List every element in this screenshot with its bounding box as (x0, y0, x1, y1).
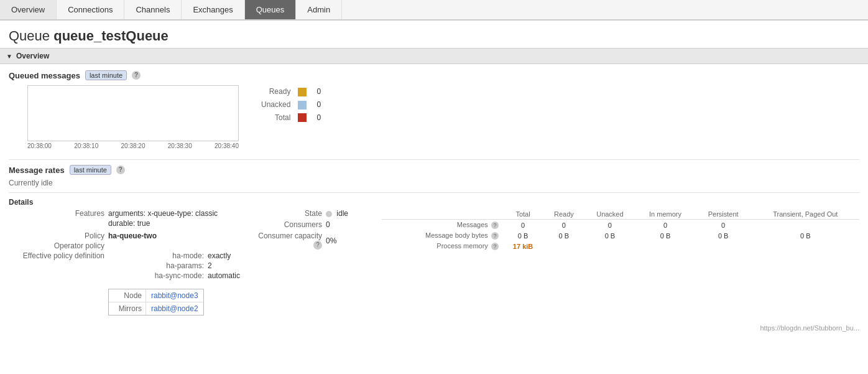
legend-ready: Ready 0 (257, 85, 325, 98)
col-unacked: Unacked (584, 209, 636, 220)
legend-unacked-color (298, 101, 307, 110)
node-val: rabbit@node3 (146, 289, 203, 302)
mid-panel: State idle Consumers 0 Consumer capacity… (245, 209, 382, 316)
legend-ready-value: 0 (313, 85, 325, 98)
mirrors-key: Mirrors (109, 302, 146, 315)
consumers-key: Consumers (251, 220, 326, 229)
x-label-2: 20:38:20 (121, 143, 145, 149)
currently-idle: Currently idle (9, 179, 859, 187)
messages-row-label: Messages ? (382, 220, 502, 231)
process-memory-row: Process memory ? 17 kiB (382, 241, 859, 251)
legend-total: Total 0 (257, 111, 325, 124)
nav-overview[interactable]: Overview (0, 0, 57, 19)
durable-row: durable: true (9, 219, 245, 228)
chart-area: 1.0 0.0 20:38:00 20:38:10 20:38:20 20:38… (9, 85, 859, 149)
message-rates-label: Message rates (9, 166, 65, 175)
overview-label: Overview (16, 52, 49, 60)
proc-memory-val: 17 kiB (502, 241, 543, 251)
ha-sync-key: ha-sync-mode: (108, 271, 208, 280)
details-label: Details (9, 198, 859, 207)
chart-wrapper: 1.0 0.0 20:38:00 20:38:10 20:38:20 20:38… (9, 85, 239, 149)
message-body-help[interactable]: ? (491, 232, 499, 240)
footer: https://blogdn.net/Stubborn_bu... (0, 322, 868, 334)
ha-sync-val: automatic (208, 271, 240, 280)
policy-val: ha-queue-two (108, 231, 157, 240)
consumers-val: 0 (326, 220, 330, 229)
state-val: idle (326, 209, 348, 218)
nav-channels[interactable]: Channels (124, 0, 182, 19)
ha-params-val: 2 (208, 261, 212, 270)
chart-x-labels: 20:38:00 20:38:10 20:38:20 20:38:30 20:3… (27, 143, 239, 149)
nav-connections[interactable]: Connections (57, 0, 124, 19)
x-label-0: 20:38:00 (27, 143, 52, 149)
consumer-capacity-row: Consumer capacity ? 0% (251, 231, 382, 250)
state-dot (326, 211, 332, 217)
time-badge[interactable]: last minute (85, 70, 127, 80)
ha-mode-val: exactly (208, 251, 231, 260)
nav-queues[interactable]: Queues (245, 0, 297, 19)
ha-params-key: ha-params: (108, 261, 208, 270)
mirrors-row: Mirrors rabbit@node2 (109, 302, 203, 315)
policy-row: Policy ha-queue-two (9, 231, 245, 240)
process-memory-help[interactable]: ? (491, 243, 499, 250)
messages-unacked: 0 (584, 220, 636, 231)
operator-policy-row: Operator policy (9, 241, 245, 250)
body-in-memory: 0 B (635, 230, 695, 241)
body-persistent: 0 B (695, 230, 752, 241)
messages-persistent: 0 (695, 220, 752, 231)
features-arguments: arguments: x-queue-type: classic (108, 209, 218, 218)
node-key: Node (109, 289, 146, 302)
nav-exchanges[interactable]: Exchanges (182, 0, 244, 19)
body-transient: 0 B (752, 230, 859, 241)
proc-ready (543, 241, 584, 251)
operator-policy-key: Operator policy (9, 241, 108, 250)
right-panel: Total Ready Unacked In memory Persistent… (382, 209, 859, 316)
state-key: State (251, 209, 326, 218)
col-ready: Ready (543, 209, 584, 220)
chart-container (27, 85, 239, 141)
ha-mode-key: ha-mode: (108, 251, 208, 260)
col-empty (382, 209, 502, 220)
overview-content: Queued messages last minute ? 1.0 0.0 20… (0, 64, 868, 322)
legend-total-color-cell (294, 111, 313, 124)
page-title: Queue queue_testQueue (0, 21, 868, 48)
legend-ready-color-cell (294, 85, 313, 98)
divider-1 (9, 159, 859, 160)
col-in-memory: In memory (635, 209, 695, 220)
durable-val: durable: true (108, 219, 150, 228)
policy-key: Policy (9, 231, 108, 240)
rates-help-icon[interactable]: ? (116, 166, 125, 174)
effective-policy-val: ha-mode: exactly ha-params: 2 ha-sync-mo… (108, 251, 240, 281)
consumers-row: Consumers 0 (251, 220, 382, 229)
x-label-1: 20:38:10 (74, 143, 98, 149)
messages-row: Messages ? 0 0 0 0 0 (382, 220, 859, 231)
queued-messages-label: Queued messages (9, 71, 80, 80)
queued-help-icon[interactable]: ? (132, 71, 141, 80)
overview-section-header: ▼ Overview (0, 48, 868, 64)
proc-unacked (584, 241, 636, 251)
durable-spacer (9, 219, 108, 228)
left-panel: Features arguments: x-queue-type: classi… (9, 209, 245, 316)
top-nav: Overview Connections Channels Exchanges … (0, 0, 868, 21)
process-memory-label: Process memory ? (382, 241, 502, 251)
features-row: Features arguments: x-queue-type: classi… (9, 209, 245, 218)
rates-badge[interactable]: last minute (70, 165, 111, 175)
legend-total-value: 0 (313, 111, 325, 124)
collapse-arrow[interactable]: ▼ (6, 53, 12, 60)
ha-mode-row: ha-mode: exactly (108, 251, 240, 260)
x-label-4: 20:38:40 (215, 143, 239, 149)
messages-ready: 0 (543, 220, 584, 231)
legend-ready-color (298, 88, 307, 96)
consumer-capacity-help[interactable]: ? (313, 241, 322, 250)
message-rates-row: Message rates last minute ? (9, 165, 859, 175)
messages-help[interactable]: ? (491, 222, 499, 229)
messages-in-memory: 0 (635, 220, 695, 231)
ha-sync-row: ha-sync-mode: automatic (108, 271, 240, 280)
nav-admin[interactable]: Admin (296, 0, 342, 19)
body-unacked: 0 B (584, 230, 636, 241)
consumer-capacity-val: 0% (326, 236, 336, 245)
message-body-label: Message body bytes ? (382, 230, 502, 241)
messages-table-header: Total Ready Unacked In memory Persistent… (382, 209, 859, 220)
queued-messages-row: Queued messages last minute ? (9, 70, 859, 80)
node-row: Node rabbit@node3 (109, 289, 203, 302)
